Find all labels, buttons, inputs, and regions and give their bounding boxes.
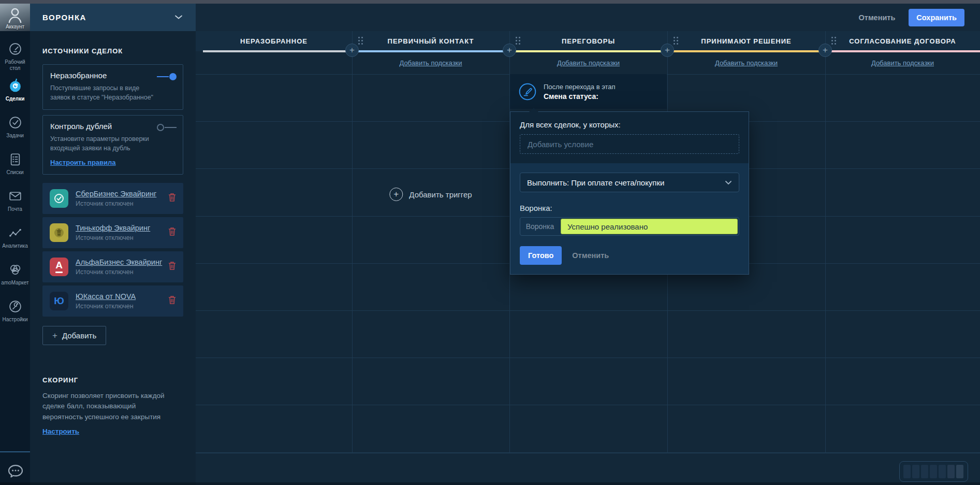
dashboard-icon (8, 41, 23, 56)
stage-color-bar (203, 50, 352, 52)
minimap-column (903, 465, 911, 478)
nav-item-analytics[interactable]: Аналитика (0, 225, 30, 255)
stage-header-first-contact[interactable]: ПЕРВИЧНЫЙ КОНТАКТ (352, 31, 509, 51)
stage-color-bar (352, 50, 509, 52)
nav-label: Рабочий стол (1, 59, 30, 72)
nav-item-account[interactable]: Аккаунт (0, 4, 30, 31)
nav-label: Задачи (6, 133, 24, 139)
nav-item-lists[interactable]: Списки (0, 152, 30, 182)
popup-cancel-button[interactable]: Отменить (572, 251, 609, 260)
source-status: Источник отключен (76, 303, 136, 310)
nav-label: Сделки (6, 96, 25, 102)
yookassa-logo-icon (50, 292, 68, 310)
minimap-column (921, 465, 928, 478)
integration-sources: СберБизнес Эквайринг Источник отключен (42, 183, 183, 317)
board-topbar: Отменить Сохранить (196, 4, 980, 31)
add-condition-input[interactable] (520, 134, 739, 154)
column-divider (825, 31, 826, 452)
bottom-edge (0, 482, 980, 485)
stage-header-decision[interactable]: ПРИНИМАЮТ РЕШЕНИЕ (667, 31, 825, 51)
add-stage-button[interactable]: + (345, 44, 359, 57)
tinkoff-logo-icon (50, 223, 68, 242)
source-link[interactable]: СберБизнес Эквайринг (76, 190, 156, 198)
execute-select[interactable]: Выполнить: При оплате счета/покупки (520, 173, 739, 192)
funnel-selector[interactable]: ВОРОНКА (30, 4, 196, 31)
sber-logo-icon (50, 189, 68, 208)
nav-item-tasks[interactable]: Задачи (0, 115, 30, 145)
drag-handle-icon[interactable] (516, 37, 520, 45)
envelope-icon (8, 189, 23, 204)
drag-handle-icon[interactable] (674, 37, 678, 45)
scoring-description: Скоринг позволяет присвоить каждой сделк… (42, 391, 169, 423)
minimap-column (939, 465, 946, 478)
add-hints-link[interactable]: Добавить подсказки (399, 59, 462, 67)
wrench-icon (8, 299, 23, 314)
trigger-card[interactable]: После перехода в этап Смена статуса: (510, 74, 667, 109)
save-button[interactable]: Сохранить (909, 9, 964, 26)
funnel-title: ВОРОНКА (42, 13, 86, 22)
support-chat-button[interactable] (6, 461, 25, 480)
cancel-button[interactable]: Отменить (859, 13, 896, 22)
stage-header-unsorted[interactable]: НЕРАЗОБРАННОЕ (196, 31, 352, 51)
configure-rules-link[interactable]: Настроить правила (50, 159, 116, 166)
stage-header-negotiations[interactable]: ПЕРЕГОВОРЫ (509, 31, 667, 51)
source-status: Источник отключен (76, 200, 156, 207)
plus-circle-icon: + (389, 188, 403, 201)
stage-header-contract[interactable]: СОГЛАСОВАНИЕ ДОГОВОРА (825, 31, 980, 51)
add-hints-link[interactable]: Добавить подсказки (557, 59, 620, 67)
nav-item-desktop[interactable]: Рабочий стол (0, 41, 30, 72)
add-stage-button[interactable]: + (661, 44, 674, 57)
funnel-field: Воронка Успешно реализовано (520, 217, 739, 236)
plus-icon (52, 331, 57, 340)
source-status: Источник отключен (76, 268, 162, 276)
chat-bubble-icon (6, 461, 25, 480)
stage-color-bar (667, 50, 825, 52)
add-source-label: Добавить (62, 331, 96, 340)
rail-separator (0, 451, 30, 452)
delete-source-icon[interactable] (168, 261, 176, 273)
nav-item-settings[interactable]: Настройки (0, 299, 30, 329)
popup-body: Выполнить: При оплате счета/покупки Воро… (510, 163, 749, 274)
chevron-down-icon (725, 180, 732, 185)
scoring-title: СКОРИНГ (42, 376, 183, 384)
funnel-stage-value[interactable]: Успешно реализовано (561, 219, 738, 234)
add-hints-link[interactable]: Добавить подсказки (715, 59, 778, 67)
source-status: Источник отключен (76, 234, 150, 241)
done-button[interactable]: Готово (520, 246, 562, 265)
add-hints-link[interactable]: Добавить подсказки (871, 59, 934, 67)
drag-handle-icon[interactable] (831, 37, 836, 45)
source-card-tinkoff: Тинькофф Эквайринг Источник отключен (42, 217, 183, 248)
nav-label: Настройки (2, 317, 27, 323)
add-source-button[interactable]: Добавить (42, 326, 106, 345)
source-link[interactable]: ЮКасса от NOVA (76, 292, 136, 301)
board-minimap[interactable] (899, 461, 968, 482)
nav-items: Рабочий стол Сделки Задачи (0, 41, 30, 329)
scoring-configure-link[interactable]: Настроить (42, 427, 79, 435)
stage-color-bar (509, 50, 667, 52)
amo-leads-icon (8, 78, 23, 93)
add-trigger-button[interactable]: + Добавить триггер (389, 188, 472, 201)
add-stage-button[interactable]: + (503, 44, 516, 57)
nav-label: Списки (6, 169, 23, 176)
delete-source-icon[interactable] (168, 295, 176, 307)
sources-section-title: ИСТОЧНИКИ СДЕЛОК (42, 47, 183, 55)
source-link[interactable]: Тинькофф Эквайринг (76, 224, 150, 232)
nav-label: Аналитика (2, 243, 28, 249)
account-label: Аккаунт (0, 24, 30, 30)
nav-item-amomarket[interactable]: amoМаркет (0, 262, 30, 292)
delete-source-icon[interactable] (168, 227, 176, 238)
scoring-section: СКОРИНГ Скоринг позволяет присвоить кажд… (42, 376, 183, 436)
funnel-field-key: Воронка (520, 218, 560, 235)
main-nav-rail: Аккаунт Рабочий стол Сделки (0, 4, 30, 485)
source-link[interactable]: АльфаБизнес Эквайринг (76, 258, 162, 266)
nav-item-mail[interactable]: Почта (0, 189, 30, 219)
add-stage-button[interactable]: + (818, 44, 832, 57)
unsorted-toggle[interactable] (157, 73, 177, 80)
minimap-column (956, 465, 963, 478)
nav-item-leads[interactable]: Сделки (0, 78, 30, 108)
amocrm-funnel-settings-screen: Аккаунт Рабочий стол Сделки (0, 0, 980, 485)
duplicates-toggle[interactable] (157, 124, 177, 131)
execute-selected-value: Выполнить: При оплате счета/покупки (527, 178, 664, 187)
drag-handle-icon[interactable] (358, 37, 363, 45)
delete-source-icon[interactable] (168, 193, 176, 204)
